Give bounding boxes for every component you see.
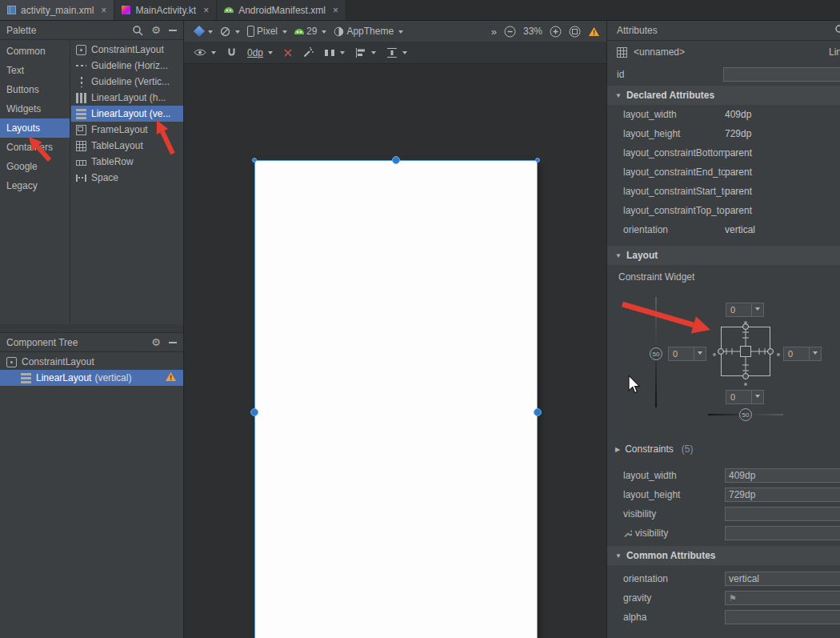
section-expand-icon: ▼: [615, 252, 622, 259]
palette-category-layouts[interactable]: Layouts: [0, 118, 70, 138]
constraints-list-toggle[interactable]: ▶ Constraints (5): [607, 439, 840, 459]
constraint-anchor-left[interactable]: [250, 408, 258, 416]
selection-handle-top-right[interactable]: [535, 158, 540, 163]
infer-constraints-button[interactable]: [303, 47, 314, 58]
tab-activity-main-xml[interactable]: activity_main.xml ×: [0, 0, 114, 20]
panel-splitter[interactable]: [0, 324, 183, 333]
section-declared-attributes[interactable]: ▼ Declared Attributes: [607, 86, 840, 105]
id-row: id: [607, 63, 840, 86]
search-icon[interactable]: [132, 25, 143, 36]
hide-panel-icon[interactable]: [169, 30, 177, 31]
tab-androidmanifest-xml[interactable]: AndroidManifest.xml ×: [217, 0, 346, 20]
horizontal-bias-knob[interactable]: 50: [739, 408, 752, 421]
orientation-selector[interactable]: [220, 26, 240, 37]
attribute-row[interactable]: layout_constraintEnd_toEndOfparent: [607, 163, 840, 182]
attribute-row[interactable]: layout_constraintTop_toTopOfparent: [607, 201, 840, 220]
connector-dot: [713, 353, 716, 356]
constraint-widget-label: Constraint Widget: [607, 265, 840, 283]
attribute-field-row: gravity ⚑: [607, 588, 840, 608]
palette-item-framelayout[interactable]: FrameLayout: [71, 122, 183, 138]
guideline-horizontal-icon: [76, 61, 86, 71]
vertical-bias-knob[interactable]: 50: [650, 347, 662, 360]
alpha-input[interactable]: [725, 610, 840, 624]
layout-width-input[interactable]: [725, 468, 840, 483]
zoom-level[interactable]: 33%: [523, 26, 542, 37]
palette-item-space[interactable]: Space: [71, 170, 183, 186]
palette-item-tablerow[interactable]: TableRow: [71, 154, 183, 170]
margin-left-dropdown[interactable]: 0: [668, 347, 706, 361]
guidelines-selector[interactable]: [386, 47, 407, 58]
attribute-row[interactable]: layout_width409dp: [607, 105, 840, 124]
attribute-row[interactable]: layout_height729dp: [607, 124, 840, 143]
gravity-input[interactable]: ⚑: [725, 591, 840, 605]
design-surface-icon: [194, 26, 205, 37]
tools-visibility-input[interactable]: [725, 526, 840, 540]
gear-icon[interactable]: ⚙: [151, 25, 161, 35]
orientation-input[interactable]: [725, 572, 840, 586]
align-selector[interactable]: [355, 47, 376, 58]
search-icon[interactable]: [834, 24, 840, 38]
tree-item-linearlayout-vertical[interactable]: LinearLayout (vertical): [0, 370, 183, 386]
palette-category-common[interactable]: Common: [0, 42, 70, 61]
warning-icon[interactable]: [165, 371, 177, 384]
view-options-button[interactable]: [194, 48, 216, 57]
chevron-down-icon: [402, 51, 407, 57]
palette-category-google[interactable]: Google: [0, 157, 70, 176]
margin-top-dropdown[interactable]: 0: [726, 303, 764, 317]
selection-handle-top-left[interactable]: [252, 158, 257, 163]
section-layout[interactable]: ▼ Layout: [607, 246, 840, 265]
flag-icon[interactable]: ⚑: [729, 593, 737, 604]
tab-mainactivity-kt[interactable]: MainActivity.kt ×: [114, 0, 217, 20]
margin-right-dropdown[interactable]: 0: [783, 347, 822, 361]
zoom-out-button[interactable]: [504, 26, 516, 38]
toolbar-overflow-button[interactable]: »: [491, 26, 497, 38]
palette-item-linearlayout-horizontal[interactable]: LinearLayout (h...: [71, 90, 183, 106]
attributes-header: Attributes: [607, 21, 840, 41]
constraint-anchor-top[interactable]: [392, 156, 400, 164]
close-tab-icon[interactable]: ×: [203, 6, 209, 15]
palette-category-legacy[interactable]: Legacy: [0, 176, 70, 195]
constraint-widget-square[interactable]: [717, 323, 774, 380]
gear-icon[interactable]: ⚙: [151, 337, 161, 347]
attribute-row[interactable]: layout_constraintStart_toStartOfparent: [607, 182, 840, 201]
design-surface[interactable]: [184, 64, 606, 638]
close-tab-icon[interactable]: ×: [101, 6, 106, 15]
palette-item-linearlayout-vertical[interactable]: LinearLayout (ve...: [71, 106, 183, 122]
attribute-row[interactable]: orientationvertical: [607, 220, 840, 239]
palette-item-guideline-vertical[interactable]: Guideline (Vertic...: [71, 74, 183, 90]
zoom-to-fit-button[interactable]: [569, 26, 581, 38]
id-input[interactable]: [723, 67, 840, 82]
palette-category-text[interactable]: Text: [0, 61, 70, 80]
zoom-in-button[interactable]: [550, 26, 562, 38]
constraint-anchor-right[interactable]: [534, 408, 542, 416]
layout-height-input[interactable]: [725, 488, 840, 502]
palette-category-buttons[interactable]: Buttons: [0, 80, 70, 99]
render-warnings-icon[interactable]: [588, 26, 600, 37]
device-selector[interactable]: Pixel: [247, 26, 287, 37]
section-common-attributes[interactable]: ▼ Common Attributes: [607, 546, 840, 565]
attribute-row[interactable]: layout_constraintBottom_toBottomOfparent: [607, 143, 840, 163]
hide-panel-icon[interactable]: [169, 342, 177, 343]
close-tab-icon[interactable]: ×: [333, 6, 338, 15]
clear-constraints-button[interactable]: [283, 48, 293, 58]
palette-item-constraintlayout[interactable]: ConstraintLayout: [71, 42, 183, 58]
design-surface-selector[interactable]: [195, 27, 213, 35]
visibility-input[interactable]: [725, 507, 840, 521]
autoconnect-toggle[interactable]: [226, 47, 237, 58]
palette-category-widgets[interactable]: Widgets: [0, 99, 70, 118]
clear-constraints-icon: [283, 48, 293, 58]
chevron-down-icon: [698, 351, 702, 357]
tree-item-constraintlayout[interactable]: ConstraintLayout: [0, 354, 183, 370]
margin-bottom-dropdown[interactable]: 0: [726, 390, 764, 404]
default-margins-button[interactable]: 0dp: [247, 47, 273, 58]
palette-item-tablelayout[interactable]: TableLayout: [71, 138, 183, 154]
palette-item-guideline-horizontal[interactable]: Guideline (Horiz...: [71, 58, 183, 74]
android-file-icon: [224, 7, 234, 13]
api-level-selector[interactable]: 29: [294, 26, 326, 37]
constraint-widget-area: Constraint Widget 50 50 0 0 0 0: [607, 265, 840, 439]
attributes-title: Attributes: [617, 25, 658, 36]
palette-category-containers[interactable]: Containers: [0, 138, 70, 157]
device-screen-artboard[interactable]: [254, 160, 538, 638]
theme-selector[interactable]: AppTheme: [334, 26, 403, 37]
pack-selector[interactable]: [324, 47, 345, 58]
